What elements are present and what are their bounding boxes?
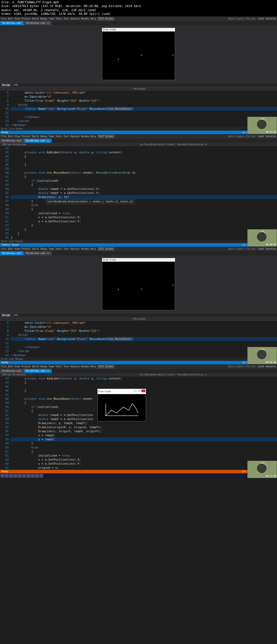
menu-file[interactable]: File bbox=[1, 18, 6, 20]
design-tab[interactable]: Design bbox=[1, 84, 11, 87]
running-app-window[interactable]: Draw Graph — ☐ ✕ bbox=[97, 389, 146, 421]
tab-xaml[interactable]: MainWindow.xaml bbox=[0, 139, 24, 143]
xaml-code-editor[interactable]: 67891011121314 xmlns:local="clr-namespac… bbox=[0, 91, 277, 127]
webcam-overlay: 00:09:06 bbox=[247, 347, 277, 364]
menubar[interactable]: FileEditViewProjectBuildDebugTeamToolsTe… bbox=[0, 247, 277, 251]
event-dropdown[interactable]: ▾ MouseDown bbox=[0, 317, 277, 321]
search-icon[interactable] bbox=[5, 474, 9, 478]
designed-window[interactable]: Draw Graph bbox=[102, 28, 175, 80]
app-icon[interactable] bbox=[27, 474, 30, 478]
error-list-panel[interactable]: Error List Output bbox=[0, 240, 277, 243]
line-gutter: 67891011121314 bbox=[0, 91, 11, 127]
menu-window[interactable]: Window bbox=[81, 18, 89, 20]
error-list-panel[interactable]: Error List Output bbox=[0, 127, 277, 131]
menu-build[interactable]: Build bbox=[32, 18, 39, 20]
running-canvas[interactable] bbox=[98, 394, 146, 421]
xaml-tab[interactable]: XAML bbox=[12, 84, 19, 87]
minimize-button[interactable]: — bbox=[133, 389, 137, 392]
meta-audio: Audio: aac, 44100 Hz, 2 channels, s16, 1… bbox=[1, 8, 276, 12]
user-label[interactable]: Lukáš Vyhnálek bbox=[258, 18, 276, 20]
menu-view[interactable]: View bbox=[15, 18, 20, 20]
taskview-icon[interactable] bbox=[9, 474, 13, 478]
menu-tools[interactable]: Tools bbox=[55, 18, 62, 20]
xaml-designer[interactable]: Draw Graph bbox=[0, 255, 277, 313]
status-bar: Ready Ln 10Col 71Ch 71INS bbox=[0, 361, 277, 364]
vs-icon[interactable] bbox=[31, 474, 35, 478]
intellisense-tooltip: void MainWindow.DrawLine(double x, doubl… bbox=[46, 199, 135, 204]
close-button[interactable]: ✕ bbox=[141, 389, 145, 392]
designer-toolbar[interactable]: Design XAML bbox=[0, 313, 277, 317]
maximize-button[interactable]: ☐ bbox=[137, 389, 141, 392]
menu-debug[interactable]: Debug bbox=[41, 18, 47, 20]
menu-analyze[interactable]: Analyze bbox=[70, 18, 80, 20]
tab-cs[interactable]: MainWindow.xaml.cs bbox=[24, 21, 52, 25]
breadcrumb[interactable]: _08Graph.MainWindow cnv_MouseDown(object… bbox=[0, 373, 277, 377]
menu-edit[interactable]: Edit bbox=[8, 18, 13, 20]
tab-cs[interactable]: MainWindow.xaml.cs bbox=[24, 139, 52, 143]
canvas-preview[interactable] bbox=[102, 31, 175, 80]
start-icon[interactable] bbox=[1, 474, 4, 478]
menubar[interactable]: File Edit View Project Build Debug Team … bbox=[0, 16, 277, 21]
fullscreen-button[interactable]: Full Screen bbox=[97, 17, 114, 21]
menu-project[interactable]: Project bbox=[22, 18, 31, 20]
running-titlebar[interactable]: Draw Graph — ☐ ✕ bbox=[98, 389, 146, 394]
webcam-overlay: 00:03:02 bbox=[247, 117, 277, 134]
vs-frame-2: FileEditViewProjectBuildDebugTeamToolsTe… bbox=[0, 134, 277, 247]
running-title: Draw Graph bbox=[98, 389, 111, 394]
window-title: Draw Graph bbox=[103, 28, 116, 31]
cs-code-editor[interactable]: 3435363738394041424344454647484950515253… bbox=[0, 146, 277, 240]
xaml-code[interactable]: xmlns:local="clr-namespace:_08Graph" mc:… bbox=[11, 91, 277, 127]
line-gutter: 3435363738394041424344454647484950515253… bbox=[0, 146, 11, 240]
menubar[interactable]: FileEditViewProjectBuildDebugTeamToolsTe… bbox=[0, 134, 277, 139]
meta-video: Video: h264, yuv420p, 1280x720, 1276 kb/… bbox=[1, 12, 276, 16]
document-tabs[interactable]: MainWindow.xaml MainWindow.xaml.cs bbox=[0, 369, 277, 373]
bc-member[interactable]: cnv_MouseDown(object sender, MouseButton… bbox=[140, 143, 276, 146]
document-tabs[interactable]: MainWindow.xaml MainWindow.xaml.cs bbox=[0, 139, 277, 143]
app3-icon[interactable] bbox=[39, 474, 43, 478]
windows-taskbar[interactable] bbox=[0, 473, 277, 478]
vs-frame-3: FileEditViewProjectBuildDebugTeamToolsTe… bbox=[0, 247, 277, 364]
drawn-graph bbox=[98, 394, 146, 421]
edge-icon[interactable] bbox=[18, 474, 22, 478]
cs-code-editor[interactable]: 4344454647484950515253545556575859606162… bbox=[0, 377, 277, 470]
status-text: Item(s) Saved bbox=[2, 244, 19, 246]
menu-help[interactable]: Help bbox=[91, 18, 96, 20]
designer-toolbar[interactable]: Design XAML bbox=[0, 83, 277, 87]
menu-test[interactable]: Test bbox=[64, 18, 69, 20]
meta-file: File: 4. FUNCTIONALITY Graph.mp4 bbox=[1, 1, 276, 4]
xaml-code-editor[interactable]: 67891011121314 xmlns:local="clr-namespac… bbox=[0, 321, 277, 357]
cs-code[interactable]: private void AddLabel(double x, double y… bbox=[11, 146, 277, 240]
fullscreen-button[interactable]: Full Screen bbox=[97, 135, 114, 138]
designed-window[interactable]: Draw Graph bbox=[102, 258, 175, 310]
meta-size: Size: 160137913 bytes (152.72 MiB), dura… bbox=[1, 4, 276, 8]
vs-frame-4: FileEditViewProjectBuildDebugTeamToolsTe… bbox=[0, 364, 277, 478]
tab-xaml[interactable]: MainWindow.xaml bbox=[0, 21, 24, 25]
video-metadata: File: 4. FUNCTIONALITY Graph.mp4 Size: 1… bbox=[0, 0, 277, 16]
event-dropdown[interactable]: ▾ MouseDown bbox=[0, 87, 277, 91]
webcam-overlay: 00:06:04 bbox=[247, 229, 277, 247]
webcam-overlay: 00:12:08 bbox=[247, 461, 277, 478]
status-bar-debug: Ready Ln 46Col 34Ch 34INS bbox=[0, 470, 277, 473]
canvas-preview[interactable] bbox=[102, 262, 175, 310]
vs-frame-1: File Edit View Project Build Debug Team … bbox=[0, 16, 277, 134]
menu-team[interactable]: Team bbox=[49, 18, 54, 20]
quick-launch-input[interactable]: Quick Launch (Ctrl+Q) bbox=[227, 17, 256, 20]
status-bar: Item(s) Saved Ln 46Col 38Ch 38INS bbox=[0, 243, 277, 247]
app2-icon[interactable] bbox=[35, 474, 39, 478]
explorer-icon[interactable] bbox=[14, 474, 17, 478]
breadcrumb[interactable]: _08Graph.MainWindow cnv_MouseDown(object… bbox=[0, 143, 277, 146]
status-text: Ready bbox=[2, 131, 8, 134]
document-tabs[interactable]: MainWindow.xaml MainWindow.xaml.cs bbox=[0, 251, 277, 255]
menubar[interactable]: FileEditViewProjectBuildDebugTeamToolsTe… bbox=[0, 364, 277, 369]
timestamp: 00:03:02 bbox=[266, 131, 276, 133]
bc-namespace[interactable]: _08Graph.MainWindow bbox=[1, 143, 137, 146]
xaml-designer[interactable]: Draw Graph bbox=[0, 25, 277, 83]
store-icon[interactable] bbox=[22, 474, 26, 478]
document-tabs[interactable]: MainWindow.xaml MainWindow.xaml.cs bbox=[0, 21, 277, 25]
status-bar: Ready Ln 10 Col 71 Ch 71 INS bbox=[0, 131, 277, 134]
